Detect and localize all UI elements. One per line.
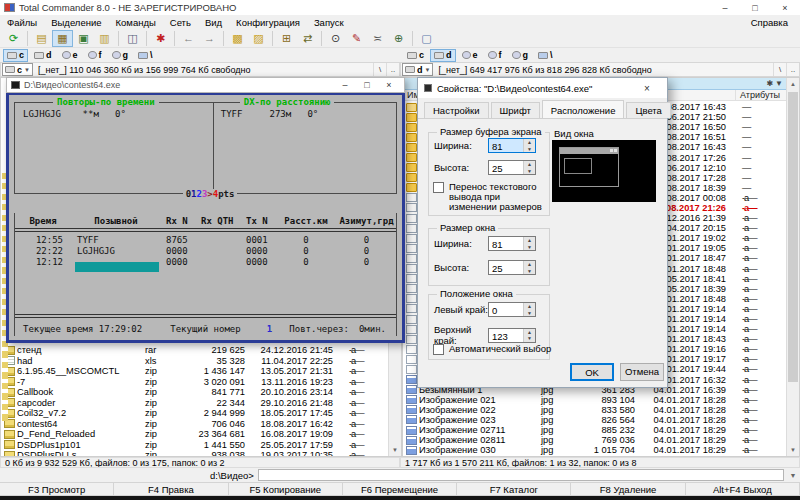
close-icon[interactable]: ×: [633, 83, 661, 94]
scroll-down-icon[interactable]: ▼: [787, 444, 799, 456]
menu-net[interactable]: Сеть: [163, 17, 198, 28]
f7-mkdir-button[interactable]: F7 Каталог: [457, 482, 571, 496]
file-row[interactable]: Изображение 022 jpg 833 580 04.01.2017 1…: [404, 405, 786, 415]
full-view-icon[interactable]: ▦: [52, 30, 73, 47]
dialog-tab[interactable]: Расположение: [542, 100, 625, 118]
drive-button[interactable]: c: [403, 49, 428, 62]
drive-combo-left[interactable]: c▼: [2, 63, 33, 76]
refresh-icon[interactable]: ⟳: [3, 30, 24, 47]
dialog-tab[interactable]: Настройки: [424, 102, 489, 118]
position-top-spinner[interactable]: 123▲▼: [488, 328, 536, 343]
buffer-height-spinner[interactable]: 25▲▼: [488, 160, 536, 175]
history-icon[interactable]: ▼: [775, 79, 783, 88]
file-row[interactable]: 6.1.95.45__MSCOMCTL zip 1 436 147 13.05.…: [2, 366, 388, 377]
minimize-icon[interactable]: –: [334, 78, 356, 92]
f8-delete-button[interactable]: F8 Удаление: [571, 482, 685, 496]
editor-icon[interactable]: ▢: [416, 30, 437, 47]
drive-button[interactable]: d: [30, 49, 56, 62]
drive-button[interactable]: e: [458, 49, 482, 62]
file-row[interactable]: стенд rar 219 625 24.12.2016 21:45 -a—: [2, 345, 388, 356]
f4-edit-button[interactable]: F4 Правка: [114, 482, 228, 496]
tree-view-icon[interactable]: ▥: [94, 30, 115, 47]
wrap-output-checkbox[interactable]: [433, 182, 444, 193]
maximize-icon[interactable]: □: [740, 0, 770, 15]
file-row[interactable]: capcoder zip 22 344 29.10.2016 21:48 -a—: [2, 398, 388, 409]
thumbnails-view-icon[interactable]: ▣: [73, 30, 94, 47]
root-dir-button[interactable]: \: [773, 63, 786, 76]
menu-help[interactable]: Справка: [739, 17, 800, 28]
parent-dir-button[interactable]: ..: [386, 63, 399, 76]
dialog-tab[interactable]: Шрифт: [491, 102, 540, 118]
pack-icon[interactable]: ▩: [227, 30, 248, 47]
dialog-title-bar[interactable]: Свойства: "D:\Видео\contest64.exe" ×: [418, 78, 667, 98]
properties-dialog[interactable]: Свойства: "D:\Видео\contest64.exe" × Нас…: [417, 77, 668, 388]
position-left-spinner[interactable]: 0▲▼: [488, 302, 536, 317]
sync-dirs-icon[interactable]: ⇄: [297, 30, 318, 47]
network-icon[interactable]: ⊕: [388, 30, 409, 47]
right-panel-scrollbar[interactable]: ▲ ▼: [786, 78, 799, 456]
file-row[interactable]: contest64 zip 706 046 18.08.2017 16:42 -…: [2, 419, 388, 430]
file-row[interactable]: D_Fend_Reloaded zip 23 364 681 16.08.201…: [2, 429, 388, 440]
scroll-thumb[interactable]: [788, 92, 798, 382]
window-height-spinner[interactable]: 25▲▼: [488, 260, 536, 275]
close-icon[interactable]: ×: [378, 78, 400, 92]
file-row[interactable]: Изображение 021 jpg 893 104 04.01.2017 1…: [404, 395, 786, 405]
filter-icon[interactable]: ✱: [150, 30, 171, 47]
drive-button[interactable]: d: [430, 49, 456, 62]
file-row[interactable]: DSDPlusDLLs zip 938 038 19.03.2017 10:35…: [2, 450, 388, 456]
file-row[interactable]: Изображение 030 jpg 1 015 704 04.01.2017…: [404, 445, 786, 455]
parent-dir-button[interactable]: ..: [786, 63, 799, 76]
buffer-width-spinner[interactable]: 81▲▼: [488, 138, 536, 153]
menu-files[interactable]: Файлы: [0, 17, 44, 28]
file-row[interactable]: Изображение 023 jpg 826 564 04.01.2017 1…: [404, 415, 786, 425]
root-dir-button[interactable]: \: [373, 63, 386, 76]
quick-view-icon[interactable]: ◫: [122, 30, 143, 47]
file-row[interactable]: Callbook zip 841 771 20.10.2016 23:14 -a…: [2, 387, 388, 398]
drive-combo-right[interactable]: d▼: [402, 63, 433, 76]
drive-button[interactable]: e: [58, 49, 82, 62]
drive-button[interactable]: f: [484, 49, 506, 62]
file-row[interactable]: had xls 35 328 11.04.2017 22:25 -a—: [2, 356, 388, 367]
command-input[interactable]: [258, 469, 784, 481]
drive-button[interactable]: \: [534, 49, 557, 62]
test-archive-icon[interactable]: ⊞: [276, 30, 297, 47]
drive-button[interactable]: g: [508, 49, 533, 62]
menu-start[interactable]: Запуск: [307, 17, 351, 28]
multi-rename-icon[interactable]: ✎: [346, 30, 367, 47]
file-row[interactable]: Изображение 02711 jpg 885 232 04.01.2017…: [404, 425, 786, 435]
chevron-down-icon[interactable]: ▼: [786, 472, 800, 479]
file-row[interactable]: -7 zip 3 020 091 13.11.2016 19:23 -a—: [2, 377, 388, 388]
cancel-button[interactable]: Отмена: [620, 363, 664, 381]
favorites-icon[interactable]: ✱: [766, 79, 773, 88]
menu-configuration[interactable]: Конфигурация: [229, 17, 307, 28]
maximize-icon[interactable]: □: [356, 78, 378, 92]
file-row[interactable]: Изображение 02811 jpg 769 036 04.01.2017…: [404, 435, 786, 445]
menu-show[interactable]: Вид: [198, 17, 229, 28]
altf4-exit-button[interactable]: Alt+F4 Выход: [686, 482, 800, 496]
drive-button[interactable]: g: [108, 49, 133, 62]
ok-button[interactable]: OK: [570, 363, 614, 381]
minimize-icon[interactable]: –: [710, 0, 740, 15]
search-icon[interactable]: ⊙: [325, 30, 346, 47]
dialog-tab[interactable]: Цвета: [626, 102, 670, 118]
file-row[interactable]: DSDPlus1p101 zip 1 441 550 25.05.2017 17…: [2, 440, 388, 451]
menu-commands[interactable]: Команды: [109, 17, 163, 28]
file-row[interactable]: Coil32_v7.2 zip 2 944 999 18.05.2017 17:…: [2, 408, 388, 419]
f5-copy-button[interactable]: F5 Копирование: [229, 482, 343, 496]
scroll-down-icon[interactable]: ▼: [389, 444, 401, 456]
console-title-bar[interactable]: D:\Видео\contest64.exe –□×: [6, 77, 405, 93]
menu-mark[interactable]: Выделение: [44, 17, 108, 28]
f6-move-button[interactable]: F6 Перемещение: [343, 482, 457, 496]
auto-position-checkbox[interactable]: [433, 344, 444, 355]
close-icon[interactable]: ×: [770, 0, 800, 15]
f3-view-button[interactable]: F3 Просмотр: [0, 482, 114, 496]
scroll-up-icon[interactable]: ▲: [787, 78, 799, 90]
drive-button[interactable]: c: [3, 49, 28, 62]
back-icon[interactable]: ←: [178, 30, 199, 47]
unpack-icon[interactable]: ▨: [248, 30, 269, 47]
drive-button[interactable]: f: [84, 49, 106, 62]
console-window[interactable]: D:\Видео\contest64.exe –□× Повторы-по вр…: [6, 77, 405, 343]
forward-icon[interactable]: →: [199, 30, 220, 47]
drive-button[interactable]: \: [134, 49, 157, 62]
compare-icon[interactable]: ≍: [367, 30, 388, 47]
